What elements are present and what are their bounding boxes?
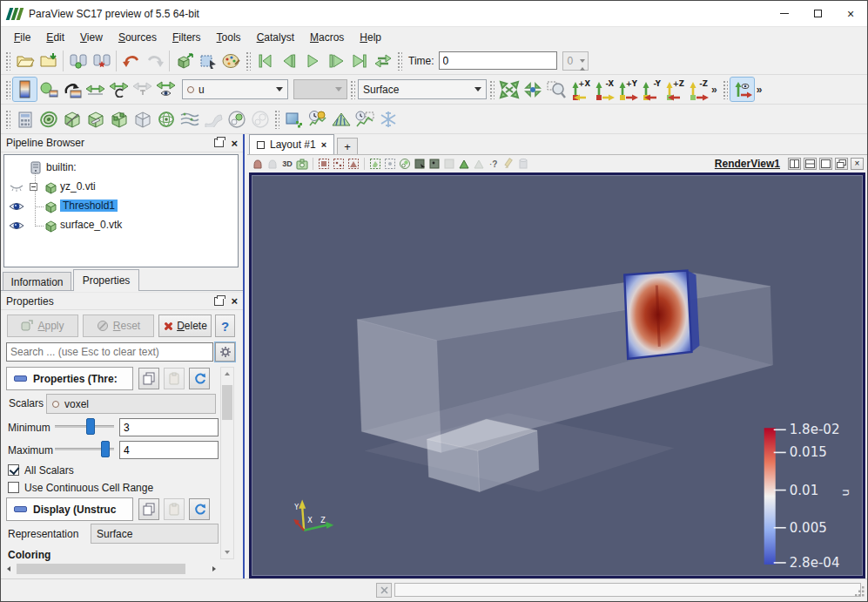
zoom-to-box-button[interactable]	[544, 78, 568, 101]
copy-properties-button[interactable]	[138, 368, 159, 389]
plot-over-time-button[interactable]	[306, 107, 329, 131]
menu-help[interactable]: Help	[352, 29, 389, 46]
toolbar-handle[interactable]	[5, 51, 10, 71]
stream-tracer-button[interactable]	[178, 107, 201, 131]
auto-apply-button[interactable]	[172, 49, 196, 72]
scrollbar-thumb[interactable]	[222, 385, 232, 420]
maximum-input[interactable]	[119, 441, 219, 459]
tree-row-builtin[interactable]: builtin:	[4, 159, 238, 178]
search-input[interactable]	[6, 342, 213, 362]
disconnect-server-button[interactable]	[90, 49, 113, 72]
view-minus-z-button[interactable]: -Z	[685, 78, 709, 101]
visibility-closed-eye-icon[interactable]	[9, 181, 24, 193]
split-horizontal-button[interactable]	[788, 158, 801, 170]
minimum-input[interactable]	[119, 418, 219, 436]
shrink-selection-icon[interactable]	[472, 157, 486, 171]
scroll-down-icon[interactable]	[221, 546, 233, 558]
view-plus-z-button[interactable]: +Z	[662, 78, 685, 101]
abort-button[interactable]	[376, 583, 392, 598]
contour-filter-button[interactable]	[37, 107, 60, 131]
time-step-spinbox[interactable]: 0	[562, 51, 589, 71]
tree-row-threshold1[interactable]: Threshold1	[4, 197, 238, 216]
minimum-slider[interactable]	[55, 418, 114, 435]
properties-vertical-scrollbar[interactable]	[220, 367, 234, 559]
rescale-visible-range-button[interactable]	[154, 78, 178, 101]
section-display-header[interactable]: Display (Unstruc	[6, 497, 133, 521]
tab-properties[interactable]: Properties	[73, 269, 139, 291]
grow-selection-icon[interactable]	[457, 157, 471, 171]
minimize-button[interactable]	[768, 1, 801, 26]
view-plus-x-button[interactable]: +X	[568, 78, 591, 101]
maximum-slider[interactable]	[55, 441, 114, 457]
glyph-filter-button[interactable]	[154, 107, 178, 131]
next-frame-button[interactable]	[324, 49, 347, 72]
scroll-left-icon[interactable]	[3, 563, 15, 575]
extract-subset-button[interactable]	[131, 107, 154, 131]
calculator-filter-button[interactable]	[13, 107, 37, 131]
split-vertical-button[interactable]	[804, 158, 817, 170]
tree-row-yz0vti[interactable]: yz_0.vti	[4, 178, 238, 197]
scrollbar-thumb[interactable]	[17, 564, 185, 574]
rotate-center-button[interactable]	[730, 78, 754, 101]
color-legend[interactable]: 1.8e-02 0.015 0.01 0.005 2.8e-04 u	[764, 422, 851, 571]
pipeline-tree[interactable]: builtin: yz_0.vti Threshold1 surface_0.	[3, 154, 239, 267]
open-file-button[interactable]	[13, 49, 37, 72]
section-properties-header[interactable]: Properties (Thre:	[6, 367, 133, 390]
loop-button[interactable]	[371, 49, 394, 72]
menu-edit[interactable]: Edit	[38, 29, 72, 46]
maximize-view-button[interactable]	[819, 158, 832, 170]
representation-field-combo[interactable]: Surface	[91, 524, 219, 544]
toolbar-handle[interactable]	[5, 110, 10, 129]
menu-file[interactable]: File	[6, 29, 38, 46]
first-frame-button[interactable]	[253, 49, 277, 72]
interact-hand-icon[interactable]	[251, 157, 265, 171]
connect-server-button[interactable]	[66, 49, 90, 72]
clip-filter-button[interactable]	[60, 107, 84, 131]
select-polygon-points-icon[interactable]	[383, 157, 397, 171]
menu-macros[interactable]: Macros	[302, 29, 352, 46]
toolbar-handle[interactable]	[5, 80, 10, 99]
menu-filters[interactable]: Filters	[165, 29, 209, 46]
glyph-3d-button[interactable]	[376, 107, 400, 131]
select-cells-on-icon[interactable]	[317, 157, 331, 171]
interactive-select-points-icon[interactable]	[427, 157, 441, 171]
extract-selection-button[interactable]	[196, 49, 219, 72]
color-palette-button[interactable]	[219, 49, 243, 72]
color-array-combo[interactable]: u	[182, 79, 288, 99]
select-frustum-cells-icon[interactable]	[347, 157, 360, 171]
probe-location-button[interactable]	[282, 107, 306, 131]
reset-display-button[interactable]	[189, 498, 210, 520]
pick-hand-icon[interactable]	[266, 157, 279, 171]
scene-3d[interactable]: X Y Z 1.8e-02	[252, 175, 863, 576]
select-polygon-cells-icon[interactable]	[368, 157, 382, 171]
tab-information[interactable]: Information	[3, 272, 71, 291]
minimum-slider-handle[interactable]	[86, 418, 95, 435]
renderview-title[interactable]: RenderView1	[715, 158, 780, 170]
new-layout-tab[interactable]: +	[337, 138, 358, 154]
layout-tab-close-icon[interactable]: ×	[321, 140, 326, 150]
toolbar-handle[interactable]	[246, 51, 251, 71]
clear-annotation-icon[interactable]	[516, 157, 530, 171]
edit-annotation-icon[interactable]	[501, 157, 515, 171]
previous-frame-button[interactable]	[277, 49, 300, 72]
save-data-button[interactable]	[37, 49, 60, 72]
render-viewport[interactable]: X Y Z 1.8e-02	[249, 172, 865, 578]
zoom-to-data-button[interactable]	[521, 78, 544, 101]
rescale-custom-range-button[interactable]	[107, 78, 131, 101]
select-block-icon[interactable]	[398, 157, 412, 171]
hover-query-icon[interactable]: ·?	[487, 157, 501, 171]
play-button[interactable]	[300, 49, 324, 72]
toolbar-handle[interactable]	[489, 80, 495, 99]
scalars-combo[interactable]: voxel	[46, 394, 216, 414]
tree-row-surface0vtk[interactable]: surface_0.vtk	[4, 216, 238, 235]
extract-block-button[interactable]	[248, 107, 272, 131]
all-scalars-checkbox[interactable]	[8, 464, 19, 476]
toolbar-handle[interactable]	[350, 80, 355, 99]
resize-grip[interactable]	[855, 586, 865, 599]
dock-splitter[interactable]	[243, 134, 245, 578]
paste-properties-button[interactable]	[164, 368, 185, 389]
close-view-button[interactable]: ×	[851, 158, 864, 170]
mode-3d-label[interactable]: 3D	[280, 157, 294, 171]
dock-close-icon[interactable]: ×	[231, 138, 238, 149]
float-view-button[interactable]	[835, 158, 848, 170]
